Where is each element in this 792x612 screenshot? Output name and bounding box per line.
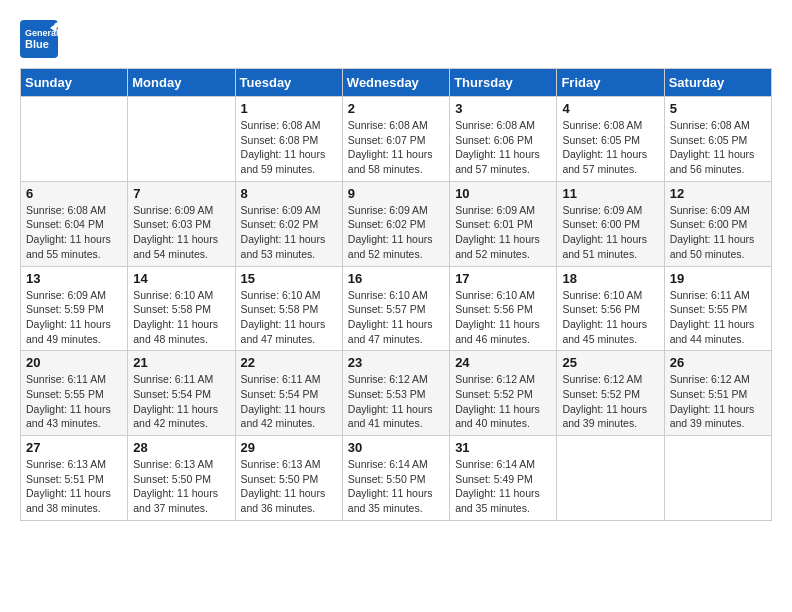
day-number: 5 [670,101,766,116]
col-header-saturday: Saturday [664,69,771,97]
day-number: 1 [241,101,337,116]
day-info: Sunrise: 6:09 AM Sunset: 6:03 PM Dayligh… [133,203,229,262]
day-number: 28 [133,440,229,455]
col-header-sunday: Sunday [21,69,128,97]
day-cell: 7Sunrise: 6:09 AM Sunset: 6:03 PM Daylig… [128,181,235,266]
day-number: 27 [26,440,122,455]
day-cell: 3Sunrise: 6:08 AM Sunset: 6:06 PM Daylig… [450,97,557,182]
day-info: Sunrise: 6:08 AM Sunset: 6:05 PM Dayligh… [562,118,658,177]
day-cell: 11Sunrise: 6:09 AM Sunset: 6:00 PM Dayli… [557,181,664,266]
week-row-3: 20Sunrise: 6:11 AM Sunset: 5:55 PM Dayli… [21,351,772,436]
day-info: Sunrise: 6:09 AM Sunset: 6:00 PM Dayligh… [670,203,766,262]
day-cell: 26Sunrise: 6:12 AM Sunset: 5:51 PM Dayli… [664,351,771,436]
day-info: Sunrise: 6:08 AM Sunset: 6:08 PM Dayligh… [241,118,337,177]
day-info: Sunrise: 6:09 AM Sunset: 6:01 PM Dayligh… [455,203,551,262]
col-header-monday: Monday [128,69,235,97]
day-number: 11 [562,186,658,201]
day-number: 12 [670,186,766,201]
day-info: Sunrise: 6:10 AM Sunset: 5:56 PM Dayligh… [455,288,551,347]
day-number: 14 [133,271,229,286]
logo: General Blue [20,20,62,58]
day-number: 10 [455,186,551,201]
day-cell: 17Sunrise: 6:10 AM Sunset: 5:56 PM Dayli… [450,266,557,351]
day-info: Sunrise: 6:10 AM Sunset: 5:58 PM Dayligh… [241,288,337,347]
day-cell: 8Sunrise: 6:09 AM Sunset: 6:02 PM Daylig… [235,181,342,266]
day-number: 16 [348,271,444,286]
day-cell: 12Sunrise: 6:09 AM Sunset: 6:00 PM Dayli… [664,181,771,266]
day-info: Sunrise: 6:13 AM Sunset: 5:50 PM Dayligh… [133,457,229,516]
day-info: Sunrise: 6:09 AM Sunset: 6:00 PM Dayligh… [562,203,658,262]
day-cell: 27Sunrise: 6:13 AM Sunset: 5:51 PM Dayli… [21,436,128,521]
col-header-thursday: Thursday [450,69,557,97]
day-info: Sunrise: 6:12 AM Sunset: 5:52 PM Dayligh… [455,372,551,431]
day-number: 18 [562,271,658,286]
day-number: 21 [133,355,229,370]
page-header: General Blue [20,20,772,58]
day-info: Sunrise: 6:09 AM Sunset: 6:02 PM Dayligh… [241,203,337,262]
day-number: 9 [348,186,444,201]
day-cell: 24Sunrise: 6:12 AM Sunset: 5:52 PM Dayli… [450,351,557,436]
col-header-friday: Friday [557,69,664,97]
col-header-wednesday: Wednesday [342,69,449,97]
day-number: 2 [348,101,444,116]
day-cell: 19Sunrise: 6:11 AM Sunset: 5:55 PM Dayli… [664,266,771,351]
day-cell [21,97,128,182]
day-info: Sunrise: 6:14 AM Sunset: 5:49 PM Dayligh… [455,457,551,516]
day-cell: 23Sunrise: 6:12 AM Sunset: 5:53 PM Dayli… [342,351,449,436]
day-info: Sunrise: 6:11 AM Sunset: 5:54 PM Dayligh… [133,372,229,431]
day-info: Sunrise: 6:09 AM Sunset: 6:02 PM Dayligh… [348,203,444,262]
day-number: 24 [455,355,551,370]
day-cell [128,97,235,182]
day-cell: 6Sunrise: 6:08 AM Sunset: 6:04 PM Daylig… [21,181,128,266]
day-info: Sunrise: 6:08 AM Sunset: 6:07 PM Dayligh… [348,118,444,177]
day-info: Sunrise: 6:10 AM Sunset: 5:56 PM Dayligh… [562,288,658,347]
day-info: Sunrise: 6:13 AM Sunset: 5:50 PM Dayligh… [241,457,337,516]
day-cell [557,436,664,521]
day-info: Sunrise: 6:11 AM Sunset: 5:55 PM Dayligh… [670,288,766,347]
day-number: 15 [241,271,337,286]
day-number: 19 [670,271,766,286]
day-cell: 15Sunrise: 6:10 AM Sunset: 5:58 PM Dayli… [235,266,342,351]
week-row-0: 1Sunrise: 6:08 AM Sunset: 6:08 PM Daylig… [21,97,772,182]
day-number: 6 [26,186,122,201]
day-cell [664,436,771,521]
day-cell: 22Sunrise: 6:11 AM Sunset: 5:54 PM Dayli… [235,351,342,436]
day-cell: 18Sunrise: 6:10 AM Sunset: 5:56 PM Dayli… [557,266,664,351]
day-number: 31 [455,440,551,455]
day-info: Sunrise: 6:13 AM Sunset: 5:51 PM Dayligh… [26,457,122,516]
day-number: 7 [133,186,229,201]
day-info: Sunrise: 6:10 AM Sunset: 5:57 PM Dayligh… [348,288,444,347]
day-number: 23 [348,355,444,370]
day-info: Sunrise: 6:12 AM Sunset: 5:53 PM Dayligh… [348,372,444,431]
day-info: Sunrise: 6:08 AM Sunset: 6:04 PM Dayligh… [26,203,122,262]
day-number: 26 [670,355,766,370]
day-cell: 13Sunrise: 6:09 AM Sunset: 5:59 PM Dayli… [21,266,128,351]
header-row: SundayMondayTuesdayWednesdayThursdayFrid… [21,69,772,97]
day-number: 20 [26,355,122,370]
week-row-1: 6Sunrise: 6:08 AM Sunset: 6:04 PM Daylig… [21,181,772,266]
day-cell: 29Sunrise: 6:13 AM Sunset: 5:50 PM Dayli… [235,436,342,521]
day-number: 3 [455,101,551,116]
day-info: Sunrise: 6:11 AM Sunset: 5:54 PM Dayligh… [241,372,337,431]
svg-text:Blue: Blue [25,38,49,50]
day-cell: 31Sunrise: 6:14 AM Sunset: 5:49 PM Dayli… [450,436,557,521]
day-number: 13 [26,271,122,286]
day-number: 25 [562,355,658,370]
day-cell: 21Sunrise: 6:11 AM Sunset: 5:54 PM Dayli… [128,351,235,436]
week-row-4: 27Sunrise: 6:13 AM Sunset: 5:51 PM Dayli… [21,436,772,521]
day-number: 29 [241,440,337,455]
day-number: 8 [241,186,337,201]
day-cell: 5Sunrise: 6:08 AM Sunset: 6:05 PM Daylig… [664,97,771,182]
day-cell: 20Sunrise: 6:11 AM Sunset: 5:55 PM Dayli… [21,351,128,436]
day-info: Sunrise: 6:08 AM Sunset: 6:05 PM Dayligh… [670,118,766,177]
day-info: Sunrise: 6:12 AM Sunset: 5:51 PM Dayligh… [670,372,766,431]
day-cell: 1Sunrise: 6:08 AM Sunset: 6:08 PM Daylig… [235,97,342,182]
day-number: 17 [455,271,551,286]
day-cell: 25Sunrise: 6:12 AM Sunset: 5:52 PM Dayli… [557,351,664,436]
day-info: Sunrise: 6:09 AM Sunset: 5:59 PM Dayligh… [26,288,122,347]
col-header-tuesday: Tuesday [235,69,342,97]
day-info: Sunrise: 6:08 AM Sunset: 6:06 PM Dayligh… [455,118,551,177]
day-cell: 14Sunrise: 6:10 AM Sunset: 5:58 PM Dayli… [128,266,235,351]
logo-icon: General Blue [20,20,58,58]
day-cell: 2Sunrise: 6:08 AM Sunset: 6:07 PM Daylig… [342,97,449,182]
